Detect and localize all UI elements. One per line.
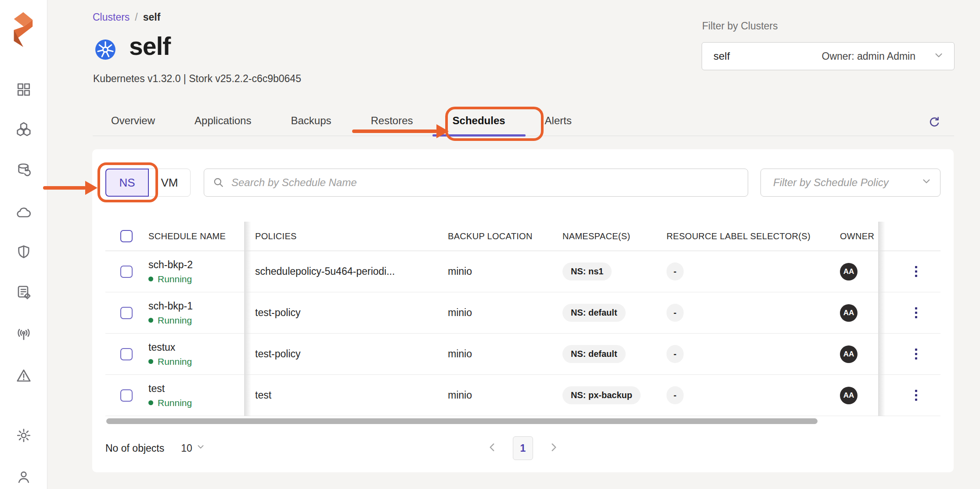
portworx-logo-icon[interactable] bbox=[11, 9, 36, 45]
owner-avatar: AA bbox=[840, 387, 858, 404]
namespace-badge: NS: default bbox=[562, 345, 626, 363]
schedules-toolbar: NS VM Filter by Schedule Policy bbox=[105, 169, 940, 197]
clusters-icon[interactable] bbox=[16, 121, 32, 137]
page-size-dropdown[interactable]: 10 bbox=[181, 442, 205, 454]
status-dot bbox=[148, 359, 153, 364]
namespace-badge: NS: ns1 bbox=[562, 262, 612, 280]
app-window: Clusters/self self Kubernetes v1.32.0 | … bbox=[0, 0, 980, 489]
selector-badge: - bbox=[667, 345, 684, 363]
policy-cell: test-policy bbox=[255, 348, 448, 360]
tab-schedules[interactable]: Schedules bbox=[453, 115, 505, 127]
profile-icon[interactable] bbox=[16, 469, 32, 485]
activity-broadcast-icon[interactable] bbox=[16, 327, 32, 342]
search-input[interactable] bbox=[231, 176, 739, 189]
tab-applications[interactable]: Applications bbox=[195, 115, 251, 127]
tab-alerts[interactable]: Alerts bbox=[545, 115, 572, 127]
row-checkbox[interactable] bbox=[120, 389, 133, 402]
policy-cell: test-policy bbox=[255, 307, 448, 319]
schedules-table: SCHEDULE NAME POLICIES BACKUP LOCATION N… bbox=[105, 222, 940, 416]
breadcrumb-current: self bbox=[143, 11, 161, 23]
schedule-name[interactable]: sch-bkp-2 bbox=[148, 259, 255, 271]
previous-page-icon[interactable] bbox=[486, 442, 498, 455]
schedule-name[interactable]: test bbox=[148, 383, 255, 395]
page-title: self bbox=[129, 32, 170, 61]
namespace-badge: NS: px-backup bbox=[562, 386, 641, 404]
search-icon bbox=[213, 177, 224, 188]
current-page-button[interactable]: 1 bbox=[513, 436, 533, 460]
owner-avatar: AA bbox=[840, 263, 858, 280]
settings-gear-icon[interactable] bbox=[16, 428, 32, 443]
table-row: testux Running test-policy minio NS: def… bbox=[105, 334, 940, 375]
backup-location-cell: minio bbox=[448, 307, 562, 319]
kubernetes-icon bbox=[94, 39, 116, 61]
schedule-name[interactable]: testux bbox=[148, 342, 255, 353]
policy-cell: test bbox=[255, 389, 448, 401]
status-label: Running bbox=[158, 315, 192, 326]
row-checkbox[interactable] bbox=[120, 266, 133, 278]
breadcrumb-separator: / bbox=[135, 11, 137, 23]
status-dot bbox=[148, 277, 153, 281]
table-row: sch-bkp-2 Running schedulepolicy-5u464-p… bbox=[105, 251, 940, 292]
owner-avatar: AA bbox=[840, 345, 858, 363]
schedule-search bbox=[204, 169, 748, 197]
status-label: Running bbox=[158, 356, 192, 367]
column-header-owner: OWNER bbox=[840, 231, 891, 241]
selector-badge: - bbox=[667, 262, 684, 280]
schedule-policy-filter-dropdown[interactable]: Filter by Schedule Policy bbox=[760, 169, 940, 197]
cluster-version-subtitle: Kubernetes v1.32.0 | Stork v25.2.2-c6c9b… bbox=[93, 73, 301, 85]
cloud-icon[interactable] bbox=[16, 205, 32, 220]
column-header-schedule-name: SCHEDULE NAME bbox=[148, 231, 255, 241]
backup-location-cell: minio bbox=[448, 266, 562, 277]
chevron-down-icon bbox=[933, 50, 944, 63]
schedule-policies-icon[interactable] bbox=[16, 284, 32, 300]
table-row: sch-bkp-1 Running test-policy minio NS: … bbox=[105, 292, 940, 334]
ns-toggle-button[interactable]: NS bbox=[105, 169, 149, 197]
policy-cell: schedulepolicy-5u464-periodi... bbox=[255, 266, 448, 277]
sidebar bbox=[0, 0, 47, 489]
shield-icon[interactable] bbox=[16, 244, 32, 260]
row-actions-menu-icon[interactable] bbox=[912, 386, 921, 404]
cluster-filter-dropdown[interactable]: self Owner: admin Admin bbox=[702, 42, 955, 70]
tab-restores[interactable]: Restores bbox=[371, 115, 413, 127]
backup-location-cell: minio bbox=[448, 348, 562, 360]
dashboard-icon[interactable] bbox=[16, 82, 32, 97]
tab-bar: Overview Applications Backups Restores S… bbox=[93, 105, 954, 136]
status-dot bbox=[148, 318, 153, 323]
selector-badge: - bbox=[667, 386, 684, 404]
tab-overview[interactable]: Overview bbox=[111, 115, 155, 127]
next-page-icon[interactable] bbox=[548, 442, 559, 455]
cluster-filter-owner: Owner: admin Admin bbox=[822, 50, 915, 62]
schedules-panel: NS VM Filter by Schedule Policy SCHEDULE… bbox=[92, 149, 954, 472]
status-dot bbox=[148, 400, 153, 405]
row-checkbox[interactable] bbox=[120, 307, 133, 319]
objects-count-label: No of objects bbox=[105, 442, 164, 454]
alerts-warning-icon[interactable] bbox=[16, 368, 32, 384]
tab-backups[interactable]: Backups bbox=[291, 115, 331, 127]
column-header-resource-label-selectors: RESOURCE LABEL SELECTOR(S) bbox=[667, 231, 840, 241]
breadcrumb-clusters-link[interactable]: Clusters bbox=[93, 11, 130, 23]
row-checkbox[interactable] bbox=[120, 348, 133, 360]
column-header-namespaces: NAMESPACE(S) bbox=[562, 231, 667, 241]
column-header-policies: POLICIES bbox=[255, 231, 448, 241]
select-all-checkbox[interactable] bbox=[120, 230, 133, 242]
row-actions-menu-icon[interactable] bbox=[912, 304, 921, 322]
pagination: 1 bbox=[486, 436, 559, 460]
chevron-down-icon bbox=[921, 176, 932, 190]
table-row: test Running test minio NS: px-backup - … bbox=[105, 375, 940, 416]
row-actions-menu-icon[interactable] bbox=[912, 262, 921, 280]
refresh-icon[interactable] bbox=[928, 116, 941, 129]
row-actions-menu-icon[interactable] bbox=[912, 345, 921, 363]
status-label: Running bbox=[158, 398, 192, 408]
table-footer: No of objects 10 1 bbox=[105, 435, 940, 461]
selector-badge: - bbox=[667, 304, 684, 322]
schedule-name[interactable]: sch-bkp-1 bbox=[148, 300, 255, 312]
backup-restore-icon[interactable] bbox=[16, 162, 32, 178]
namespace-badge: NS: default bbox=[562, 304, 626, 322]
ns-vm-segmented-control: NS VM bbox=[105, 169, 191, 197]
owner-avatar: AA bbox=[840, 304, 858, 322]
cluster-filter-selected: self bbox=[713, 50, 730, 62]
horizontal-scrollbar-thumb[interactable] bbox=[106, 418, 818, 424]
filter-by-clusters-label: Filter by Clusters bbox=[702, 20, 778, 32]
horizontal-scrollbar bbox=[105, 418, 940, 424]
vm-toggle-button[interactable]: VM bbox=[149, 169, 190, 196]
